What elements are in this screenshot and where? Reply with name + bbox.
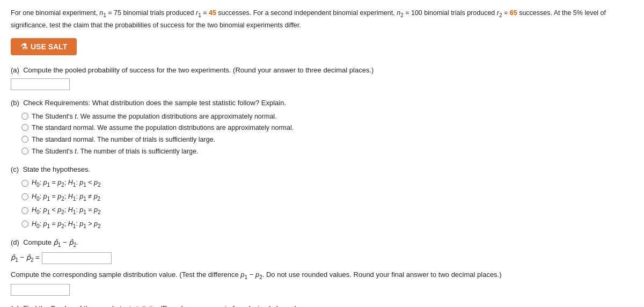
salt-button-label: USE SALT xyxy=(31,42,67,51)
section-b-options: The Student's t. We assume the populatio… xyxy=(21,112,633,157)
section-a-question: Compute the pooled probability of succes… xyxy=(23,66,374,74)
section-c-option-1[interactable]: H0: p1 = p2; H1: p1 ≠ p2 xyxy=(21,192,633,203)
section-d-question1: Compute p̂1 − p̂2. xyxy=(23,238,78,246)
section-a-input[interactable] xyxy=(11,78,70,90)
section-d-phat-input[interactable] xyxy=(42,252,112,264)
section-b-radio-3[interactable] xyxy=(21,148,28,155)
section-a: (a) Compute the pooled probability of su… xyxy=(11,65,633,91)
section-e: (e) Find the P-value of the sample test … xyxy=(11,303,633,307)
section-b-option-1[interactable]: The standard normal. We assume the popul… xyxy=(21,123,633,133)
section-d: (d) Compute p̂1 − p̂2. p̂1 − p̂2 = Compu… xyxy=(11,237,633,296)
section-c: (c) State the hypotheses. H0: p1 = p2; H… xyxy=(11,164,633,230)
section-d-compute-row: p̂1 − p̂2 = xyxy=(11,252,633,264)
section-d-dist-input[interactable] xyxy=(11,284,70,296)
section-e-question: Find the P-value of the sample test stat… xyxy=(23,304,297,307)
section-a-label: (a) Compute the pooled probability of su… xyxy=(11,65,633,76)
section-b-radio-0[interactable] xyxy=(21,113,28,120)
section-b-option-0[interactable]: The Student's t. We assume the populatio… xyxy=(21,112,633,122)
section-c-radio-1[interactable] xyxy=(21,193,28,200)
section-b-option-3[interactable]: The Student's t. The number of trials is… xyxy=(21,147,633,157)
section-d-phat-label: p̂1 − p̂2 = xyxy=(11,252,40,264)
section-c-radio-2[interactable] xyxy=(21,207,28,214)
section-b-radio-2[interactable] xyxy=(21,136,28,143)
section-c-question: State the hypotheses. xyxy=(23,165,90,173)
use-salt-button[interactable]: ⚗ USE SALT xyxy=(11,38,77,55)
intro-paragraph: For one binomial experiment, n1 = 75 bin… xyxy=(11,8,633,31)
section-c-option-2[interactable]: H0: p1 < p2; H1: p1 = p2 xyxy=(21,205,633,216)
section-c-options: H0: p1 = p2; H1: p1 < p2 H0: p1 = p2; H1… xyxy=(21,178,633,230)
section-d-label: (d) Compute p̂1 − p̂2. xyxy=(11,237,633,249)
section-b-radio-1[interactable] xyxy=(21,124,28,131)
section-d-question2: Compute the corresponding sample distrib… xyxy=(11,269,633,281)
section-c-option-3[interactable]: H0: p1 = p2; H1: p1 > p2 xyxy=(21,219,633,230)
section-c-label: (c) State the hypotheses. xyxy=(11,164,633,175)
section-b-option-2[interactable]: The standard normal. The number of trial… xyxy=(21,135,633,145)
salt-icon: ⚗ xyxy=(20,42,27,52)
section-c-option-0[interactable]: H0: p1 = p2; H1: p1 < p2 xyxy=(21,178,633,189)
section-c-radio-0[interactable] xyxy=(21,180,28,187)
section-b: (b) Check Requirements: What distributio… xyxy=(11,98,633,157)
section-c-radio-3[interactable] xyxy=(21,221,28,228)
section-b-question: Check Requirements: What distribution do… xyxy=(23,99,286,107)
section-e-label: (e) Find the P-value of the sample test … xyxy=(11,303,633,307)
section-b-label: (b) Check Requirements: What distributio… xyxy=(11,98,633,108)
